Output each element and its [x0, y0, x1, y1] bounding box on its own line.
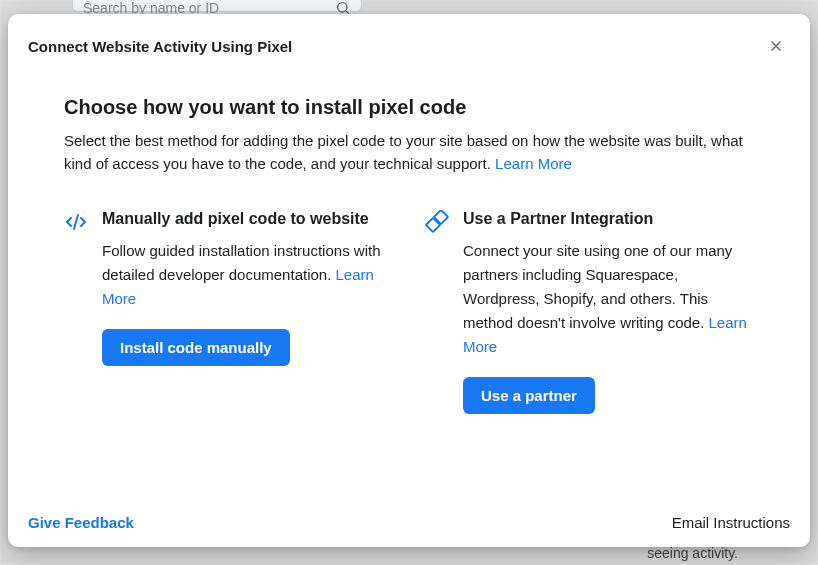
option-manual-content: Manually add pixel code to website Follo…	[102, 208, 393, 367]
svg-point-0	[338, 3, 347, 12]
email-instructions-link[interactable]: Email Instructions	[672, 514, 790, 531]
modal-body: Choose how you want to install pixel cod…	[24, 68, 794, 506]
option-partner-content: Use a Partner Integration Connect your s…	[463, 208, 754, 415]
option-partner-title: Use a Partner Integration	[463, 208, 754, 230]
background-searchbox: Search by name or ID	[72, 0, 362, 12]
install-manually-button[interactable]: Install code manually	[102, 329, 290, 366]
install-options: Manually add pixel code to website Follo…	[64, 208, 754, 415]
close-button[interactable]	[762, 32, 790, 60]
background-text-bottom: seeing activity.	[647, 545, 738, 561]
option-manual: Manually add pixel code to website Follo…	[64, 208, 393, 415]
option-partner: Use a Partner Integration Connect your s…	[425, 208, 754, 415]
give-feedback-link[interactable]: Give Feedback	[28, 514, 134, 531]
option-partner-desc: Connect your site using one of our many …	[463, 239, 754, 359]
learn-more-link-top[interactable]: Learn More	[495, 155, 572, 172]
option-manual-title: Manually add pixel code to website	[102, 208, 393, 230]
page-heading: Choose how you want to install pixel cod…	[64, 96, 754, 119]
option-manual-desc: Follow guided installation instructions …	[102, 239, 393, 311]
modal-title: Connect Website Activity Using Pixel	[28, 38, 292, 55]
pixel-install-modal: Connect Website Activity Using Pixel Cho…	[8, 14, 810, 547]
modal-header: Connect Website Activity Using Pixel	[24, 32, 794, 68]
close-icon	[768, 38, 784, 54]
partner-icon	[425, 210, 449, 234]
use-partner-button[interactable]: Use a partner	[463, 377, 595, 414]
code-icon	[64, 210, 88, 234]
svg-line-4	[74, 215, 78, 229]
modal-footer: Give Feedback Email Instructions	[24, 506, 794, 535]
page-subheading: Select the best method for adding the pi…	[64, 129, 754, 176]
